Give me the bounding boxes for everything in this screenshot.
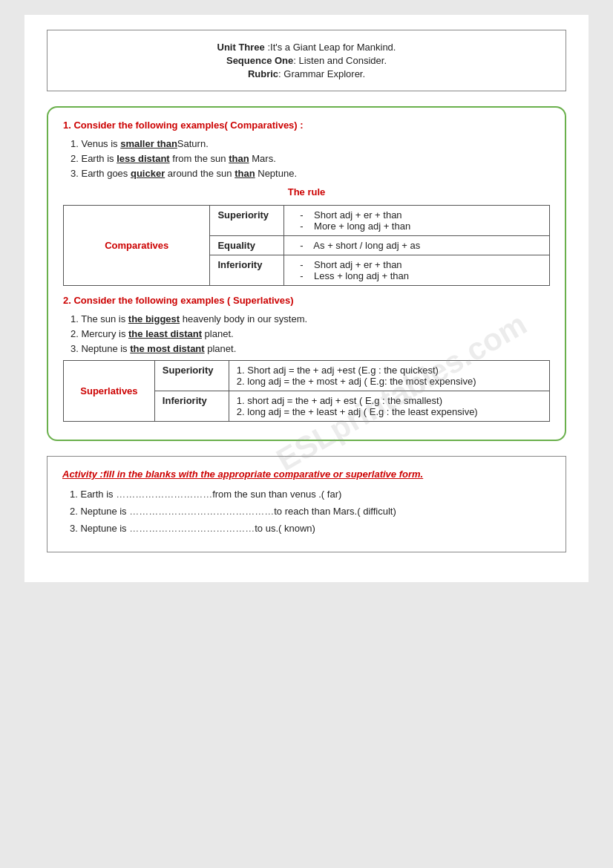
- superl-inferiority-rules: 1. short adj = the + adj + est ( E.g : t…: [229, 391, 549, 422]
- ex1-highlight: smaller than: [120, 138, 177, 149]
- inf-rule2: - Less + long adj + than: [292, 270, 542, 281]
- rule-title: The rule: [63, 186, 550, 198]
- ex3-highlight2: than: [235, 168, 255, 179]
- sup-ex3-num: 3.: [71, 343, 81, 354]
- act-num1: 1.: [70, 489, 80, 500]
- sup-example3: 3. Neptune is the most distant planet.: [71, 343, 550, 354]
- superl-superiority-row: Superlatives Superiority 1. Short adj = …: [64, 361, 550, 391]
- inf-rule1: - Short adj + er + than: [292, 259, 542, 270]
- example3: 3. Earth goes quicker around the sun tha…: [71, 168, 550, 179]
- ex3-num: 3.: [71, 168, 81, 179]
- activity-line1: 1. Earth is …………………………from the sun than …: [70, 489, 551, 500]
- superlatives-label: Superlatives: [64, 361, 155, 422]
- sup-ex3-pre: Neptune is: [81, 343, 130, 354]
- sup-ex1-post: heavenly body in our system.: [180, 313, 307, 324]
- ex2-post: Mars.: [249, 153, 276, 164]
- equality-label: Equality: [210, 236, 284, 255]
- ex1-post: Saturn.: [177, 138, 209, 149]
- superl-inferiority-label: Inferiority: [154, 391, 229, 422]
- act-post3: to us.( known): [255, 523, 315, 534]
- sequence-text: : Listen and Consider.: [293, 55, 387, 66]
- section1-title: 1. Consider the following examples( Comp…: [63, 120, 550, 131]
- act-post1: from the sun than venus .( far): [212, 489, 341, 500]
- sup-ex1-num: 1.: [71, 313, 81, 324]
- ex3-pre: Earth goes: [81, 168, 131, 179]
- superlatives-table: Superlatives Superiority 1. Short adj = …: [63, 360, 550, 422]
- sup-ex3-post: planet.: [205, 343, 237, 354]
- ex2-num: 2.: [71, 153, 81, 164]
- sup-ex1-pre: The sun is: [81, 313, 128, 324]
- activity-title: Activity :fill in the blanks with the ap…: [62, 469, 551, 480]
- rubric-label: Rubric: [248, 68, 278, 79]
- sup-ex2-num: 2.: [71, 328, 81, 339]
- ex3-highlight1: quicker: [131, 168, 165, 179]
- inferiority-label: Inferiority: [210, 255, 284, 286]
- rubric-line: Rubric: Grammar Explorer.: [62, 68, 551, 79]
- activity-box: Activity :fill in the blanks with the ap…: [47, 456, 566, 552]
- section1-box: 1. Consider the following examples( Comp…: [47, 106, 566, 441]
- ex3-mid: around the sun: [165, 168, 235, 179]
- superl-superiority-label: Superiority: [154, 361, 229, 391]
- sup-ex1-bold: the biggest: [128, 313, 180, 324]
- sup-ex2-pre: Mercury is: [81, 328, 128, 339]
- comparatives-table: Comparatives Superiority - Short adj + e…: [63, 205, 550, 286]
- example2: 2. Earth is less distant from the sun th…: [71, 153, 550, 164]
- superl-inf-rule1: 1. short adj = the + adj + est ( E.g : t…: [237, 395, 542, 406]
- equality-rules: - As + short / long adj + as: [284, 236, 550, 255]
- sequence-line: Sequence One: Listen and Consider.: [62, 55, 551, 66]
- comp-superiority-row: Comparatives Superiority - Short adj + e…: [64, 206, 550, 236]
- sequence-label: Sequence One: [226, 55, 293, 66]
- act-dots2: ………………………………………: [129, 506, 274, 517]
- example1: 1. Venus is smaller thanSaturn.: [71, 138, 550, 149]
- superl-inf-rule2: 2. long adj = the + least + adj ( E.g : …: [237, 406, 542, 417]
- ex2-highlight2: than: [229, 153, 249, 164]
- act-num2: 2.: [70, 506, 80, 517]
- ex1-num: 1.: [71, 138, 81, 149]
- ex2-mid: from the sun: [170, 153, 229, 164]
- rubric-text: : Grammar Explorer.: [278, 68, 365, 79]
- sup-ex3-bold: the most distant: [130, 343, 204, 354]
- sup-ex2-post: planet.: [202, 328, 234, 339]
- act-pre1: Earth is: [80, 489, 116, 500]
- unit-text: :It's a Giant Leap for Mankind.: [265, 42, 396, 53]
- sup-rule2: - More + long adj + than: [292, 221, 542, 232]
- inferiority-rules: - Short adj + er + than - Less + long ad…: [284, 255, 550, 286]
- act-num3: 3.: [70, 523, 80, 534]
- act-dots3: …………………………………: [129, 523, 255, 534]
- act-dots1: …………………………: [116, 489, 212, 500]
- sup-ex2-bold: the least distant: [128, 328, 202, 339]
- activity-line3: 3. Neptune is …………………………………to us.( known…: [70, 523, 551, 534]
- ex2-highlight1: less distant: [117, 153, 170, 164]
- sup-example2: 2. Mercury is the least distant planet.: [71, 328, 550, 339]
- section2-title: 2. Consider the following examples ( Sup…: [63, 295, 550, 306]
- superiority-label: Superiority: [210, 206, 284, 236]
- header-box: Unit Three :It's a Giant Leap for Mankin…: [47, 30, 566, 91]
- ex1-pre: Venus is: [81, 138, 120, 149]
- ex3-post: Neptune.: [255, 168, 297, 179]
- superiority-rules: - Short adj + er + than - More + long ad…: [284, 206, 550, 236]
- act-pre2: Neptune is: [80, 506, 129, 517]
- activity-line2: 2. Neptune is ………………………………………to reach th…: [70, 506, 551, 517]
- superl-superiority-rules: 1. Short adj = the + adj +est (E.g : the…: [229, 361, 549, 391]
- unit-label: Unit Three: [217, 42, 265, 53]
- act-post2: to reach than Mars.( difficult): [274, 506, 396, 517]
- act-pre3: Neptune is: [80, 523, 129, 534]
- ex2-pre: Earth is: [81, 153, 117, 164]
- sup-example1: 1. The sun is the biggest heavenly body …: [71, 313, 550, 324]
- eq-rule1: - As + short / long adj + as: [292, 240, 542, 251]
- comparatives-label: Comparatives: [64, 206, 210, 286]
- unit-line: Unit Three :It's a Giant Leap for Mankin…: [62, 42, 551, 53]
- sup-rule1: - Short adj + er + than: [292, 209, 542, 221]
- superl-sup-rule2: 2. long adj = the + most + adj ( E.g: th…: [237, 376, 542, 387]
- page-wrapper: Unit Three :It's a Giant Leap for Mankin…: [24, 15, 589, 582]
- superl-sup-rule1: 1. Short adj = the + adj +est (E.g : the…: [237, 365, 542, 376]
